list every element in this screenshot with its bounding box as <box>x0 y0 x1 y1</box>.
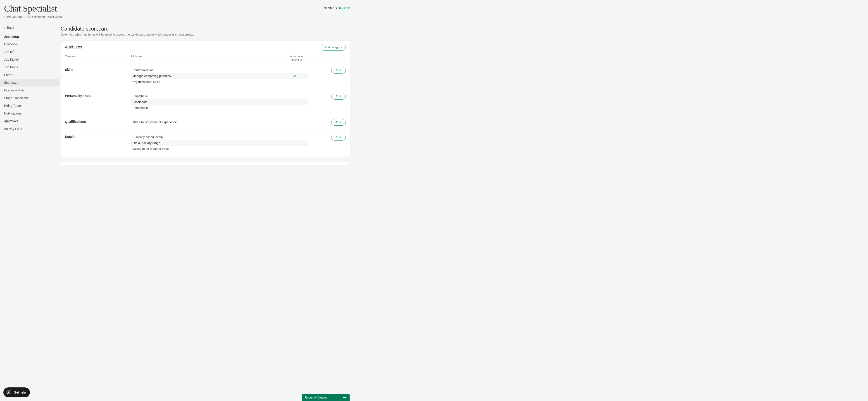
job-title: Chat Specialist <box>4 3 62 14</box>
minimize-icon <box>343 397 346 398</box>
recently-viewed-label: Recently Viewed <box>305 396 328 399</box>
check-icon <box>293 75 296 77</box>
attribute-list: Currently based locallyFits our salary r… <box>130 134 308 152</box>
attribute-label: Personable <box>132 106 283 110</box>
category-section: SkillsCommunicationManage competing prio… <box>61 64 350 90</box>
attribute-row: Willing to do required travel <box>130 146 308 152</box>
category-actions: Edit <box>308 93 346 111</box>
sidebar-item-scorecard[interactable]: Scorecard <box>0 79 59 87</box>
sidebar-item-forms[interactable]: Forms <box>0 71 59 79</box>
attribute-label: Fits our salary range <box>132 141 283 145</box>
attribute-row: Three to five years of experience <box>130 119 308 125</box>
job-status-value: Open <box>342 6 350 10</box>
attributes-panel-title: Attributes <box>65 45 82 50</box>
edit-category-button[interactable]: Edit <box>331 119 346 126</box>
attribute-focus-cell <box>283 74 306 78</box>
back-link[interactable]: Back <box>0 26 61 33</box>
sidebar-item-job-info[interactable]: Job Info <box>0 48 59 56</box>
col-header-focus: Focus during Roundup <box>285 55 308 62</box>
col-header-attributes: Attributes <box>130 55 285 62</box>
page-heading: Candidate scorecard <box>61 26 350 32</box>
category-section: QualificationsThree to five years of exp… <box>61 116 350 130</box>
back-label: Back <box>7 26 14 29</box>
attribute-row: Passionate <box>130 99 308 105</box>
main-content: Candidate scorecard Determine which attr… <box>61 20 354 175</box>
sidebar-item-overview[interactable]: Overview <box>0 40 59 48</box>
category-name: Details <box>65 134 130 152</box>
attribute-label: Currently based locally <box>132 135 283 139</box>
job-reqs-location: (14)Distributed - West Coast <box>25 15 62 19</box>
category-actions: Edit <box>308 67 346 85</box>
chevron-left-icon <box>4 27 6 29</box>
attributes-panel-header: Attributes Add category <box>61 40 350 54</box>
sidebar-item-job-kickoff[interactable]: Job Kickoff <box>0 56 59 63</box>
col-header-actions <box>308 55 346 62</box>
sidebar-item-stage-transitions[interactable]: Stage Transitions <box>0 94 59 102</box>
attribute-row: Communication <box>130 67 308 73</box>
attribute-row: Personable <box>130 105 308 111</box>
attribute-list: Three to five years of experience <box>130 119 308 126</box>
edit-category-button[interactable]: Edit <box>331 67 346 73</box>
recently-viewed-bar[interactable]: Recently Viewed <box>302 394 350 401</box>
page-subtext: Determine which attributes will be used … <box>61 33 350 36</box>
sidebar: Back Job setup OverviewJob InfoJob Kicko… <box>0 20 61 175</box>
category-section: Personality TraitsEmpatheticPassionatePe… <box>61 90 350 116</box>
attribute-row: Fits our salary range <box>130 140 308 146</box>
job-location: Distributed - West Coast <box>31 15 63 19</box>
col-header-category: Category <box>65 55 130 62</box>
chat-bubble-icon <box>6 390 11 395</box>
attribute-label: Manage competing priorities <box>132 74 283 78</box>
job-status-label: Job Status: <box>322 6 338 10</box>
attribute-label: Willing to do required travel <box>132 147 283 151</box>
template-job-badge: TEMPLATE JOB <box>4 16 23 18</box>
attribute-row: Currently based locally <box>130 134 308 140</box>
attributes-table-header: Category Attributes Focus during Roundup <box>61 54 350 64</box>
attributes-panel: Attributes Add category Category Attribu… <box>61 40 350 157</box>
job-title-block: Chat Specialist TEMPLATE JOB (14)Distrib… <box>4 3 62 19</box>
status-dot-icon <box>339 7 341 9</box>
job-status: Job Status: Open <box>322 6 350 10</box>
attribute-list: CommunicationManage competing priorities… <box>130 67 308 85</box>
edit-category-button[interactable]: Edit <box>331 134 346 141</box>
job-reqs-count[interactable]: (14) <box>25 15 31 19</box>
category-section: DetailsCurrently based locallyFits our s… <box>61 130 350 157</box>
sidebar-item-hiring-team[interactable]: Hiring Team <box>0 102 59 110</box>
category-name: Skills <box>65 67 130 85</box>
attribute-row: Manage competing priorities <box>130 73 308 79</box>
attribute-label: Organizational Skills <box>132 80 283 84</box>
attribute-label: Passionate <box>132 100 283 104</box>
job-meta: TEMPLATE JOB (14)Distributed - West Coas… <box>4 15 62 19</box>
page-header: Chat Specialist TEMPLATE JOB (14)Distrib… <box>0 0 354 20</box>
sidebar-item-activity-feed[interactable]: Activity Feed <box>0 125 59 133</box>
add-category-button[interactable]: Add category <box>321 44 346 51</box>
sidebar-item-notifications[interactable]: Notifications <box>0 110 59 117</box>
category-actions: Edit <box>308 119 346 126</box>
category-actions: Edit <box>308 134 346 152</box>
edit-category-button[interactable]: Edit <box>331 93 346 99</box>
sidebar-section-label: Job setup <box>0 33 61 40</box>
category-name: Qualifications <box>65 119 130 126</box>
next-panel-peek <box>61 162 350 165</box>
attribute-list: EmpatheticPassionatePersonable <box>130 93 308 111</box>
sidebar-item-job-posts[interactable]: Job Posts <box>0 63 59 71</box>
sidebar-item-interview-plan[interactable]: Interview Plan <box>0 87 59 94</box>
attribute-label: Three to five years of experience <box>132 120 283 124</box>
sidebar-item-approvals[interactable]: Approvals <box>0 117 59 125</box>
get-help-label: Get help <box>14 391 26 394</box>
attribute-label: Communication <box>132 68 283 72</box>
attribute-label: Empathetic <box>132 94 283 98</box>
attribute-row: Organizational Skills <box>130 79 308 85</box>
attribute-row: Empathetic <box>130 93 308 99</box>
category-name: Personality Traits <box>65 93 130 111</box>
get-help-button[interactable]: Get help <box>3 388 30 397</box>
